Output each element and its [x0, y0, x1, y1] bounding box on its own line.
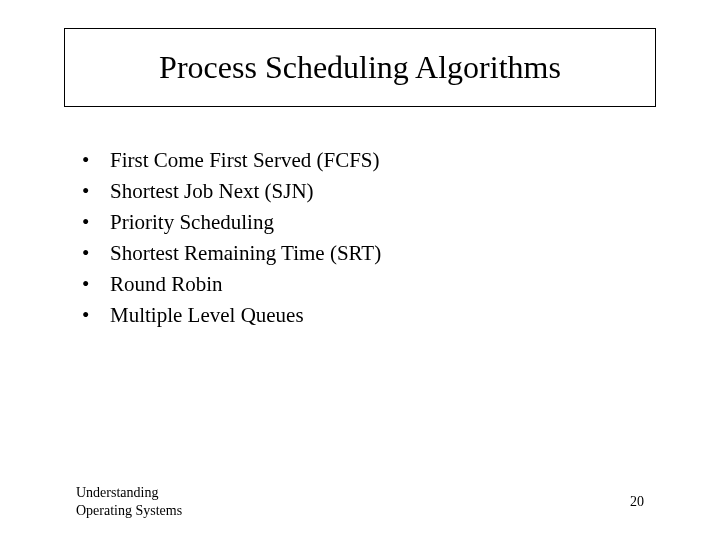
slide-title: Process Scheduling Algorithms: [75, 49, 645, 86]
list-item: • Round Robin: [82, 272, 381, 297]
bullet-icon: •: [82, 148, 110, 173]
list-item: • First Come First Served (FCFS): [82, 148, 381, 173]
footer-line1: Understanding: [76, 484, 182, 502]
bullet-text: First Come First Served (FCFS): [110, 148, 380, 173]
bullet-icon: •: [82, 210, 110, 235]
bullet-list: • First Come First Served (FCFS) • Short…: [82, 148, 381, 334]
bullet-icon: •: [82, 303, 110, 328]
bullet-text: Priority Scheduling: [110, 210, 274, 235]
list-item: • Multiple Level Queues: [82, 303, 381, 328]
list-item: • Shortest Job Next (SJN): [82, 179, 381, 204]
bullet-text: Multiple Level Queues: [110, 303, 304, 328]
footer-source: Understanding Operating Systems: [76, 484, 182, 520]
list-item: • Priority Scheduling: [82, 210, 381, 235]
bullet-icon: •: [82, 179, 110, 204]
bullet-text: Shortest Remaining Time (SRT): [110, 241, 381, 266]
bullet-text: Shortest Job Next (SJN): [110, 179, 314, 204]
bullet-icon: •: [82, 272, 110, 297]
bullet-icon: •: [82, 241, 110, 266]
footer-line2: Operating Systems: [76, 502, 182, 520]
list-item: • Shortest Remaining Time (SRT): [82, 241, 381, 266]
title-box: Process Scheduling Algorithms: [64, 28, 656, 107]
bullet-text: Round Robin: [110, 272, 223, 297]
page-number: 20: [630, 494, 644, 510]
